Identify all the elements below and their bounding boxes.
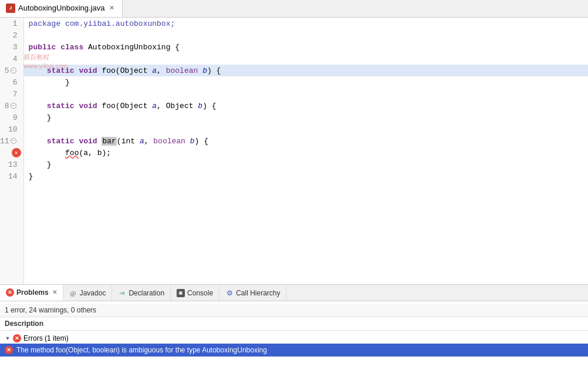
line-numbers-gutter: 12345−678−91011−✕1314	[0, 18, 24, 284]
line-num-3: 3	[0, 41, 23, 53]
errors-group[interactable]: ▼ ✕ Errors (1 item)	[0, 333, 588, 344]
errors-error-icon: ✕	[13, 334, 21, 342]
error-message-text: The method foo(Object, boolean) is ambig…	[16, 346, 267, 354]
errors-label: Errors (1 item)	[23, 334, 69, 342]
panel-tree: ▼ ✕ Errors (1 item) ✕ The method foo(Obj…	[0, 331, 588, 359]
code-line-6: }	[24, 76, 588, 88]
line-num-12: ✕	[0, 147, 23, 159]
line-num-13: 13	[0, 159, 23, 170]
line-num-11: 11−	[0, 135, 23, 147]
line-num-1: 1	[0, 18, 23, 29]
code-line-10	[24, 123, 588, 135]
code-line-14: }	[24, 170, 588, 182]
editor-area: 易百教程 www.yiibai.com 12345−678−91011−✕131…	[0, 18, 588, 284]
collapse-icon[interactable]: −	[11, 103, 16, 109]
declaration-tab-icon: ⇒	[118, 289, 126, 297]
bottom-panel: ✕Problems✕@Javadoc⇒Declaration▣Console⚙C…	[0, 284, 588, 390]
tab-bar: J AutoboxingUnboxing.java ✕	[0, 0, 588, 18]
code-line-5: static void foo(Object a, boolean b) {	[24, 65, 588, 76]
callhierarchy-tab-icon: ⚙	[225, 289, 234, 297]
console-tab-label: Console	[187, 289, 213, 297]
javadoc-tab-icon: @	[69, 289, 77, 297]
tab-filename: AutoboxingUnboxing.java	[18, 4, 104, 12]
error-message-row[interactable]: ✕ The method foo(Object, boolean) is amb…	[0, 344, 588, 357]
panel-col-header: Description	[0, 317, 588, 331]
code-line-12: foo(a, b);	[24, 147, 588, 159]
console-tab-icon: ▣	[177, 289, 185, 297]
collapse-icon[interactable]: −	[11, 138, 16, 144]
code-line-9: }	[24, 112, 588, 123]
line-num-14: 14	[0, 170, 23, 182]
panel-tab-javadoc[interactable]: @Javadoc	[63, 285, 113, 301]
panel-summary: 1 error, 24 warnings, 0 others	[0, 304, 588, 317]
code-line-11: static void bar(int a, boolean b) {	[24, 135, 588, 147]
code-line-8: static void foo(Object a, Object b) {	[24, 100, 588, 112]
collapse-icon[interactable]: −	[11, 68, 16, 73]
code-line-2	[24, 29, 588, 41]
code-line-13: }	[24, 159, 588, 170]
line-num-6: 6	[0, 76, 23, 88]
panel-tabs: ✕Problems✕@Javadoc⇒Declaration▣Console⚙C…	[0, 285, 588, 301]
code-lines[interactable]: package com.yiibai.autoboxunbox;public c…	[24, 18, 588, 284]
callhierarchy-tab-label: Call Hierarchy	[236, 289, 280, 297]
panel-tab-callhierarchy[interactable]: ⚙Call Hierarchy	[219, 285, 286, 301]
code-line-3: public class AutoboxingUnboxing {	[24, 41, 588, 53]
line-num-10: 10	[0, 123, 23, 135]
line-num-8: 8−	[0, 100, 23, 112]
line-num-9: 9	[0, 112, 23, 123]
problems-tab-close[interactable]: ✕	[52, 289, 57, 295]
line-num-4: 4	[0, 53, 23, 65]
javadoc-tab-label: Javadoc	[80, 289, 106, 297]
panel-content: 1 error, 24 warnings, 0 others Descripti…	[0, 301, 588, 390]
problems-tab-label: Problems	[16, 288, 49, 297]
panel-tab-problems[interactable]: ✕Problems✕	[0, 285, 63, 301]
line-num-5: 5−	[0, 65, 23, 76]
panel-tab-console[interactable]: ▣Console	[171, 285, 219, 301]
declaration-tab-label: Declaration	[129, 289, 164, 297]
error-marker-icon: ✕	[12, 148, 21, 157]
line-num-2: 2	[0, 29, 23, 41]
tab-close-button[interactable]: ✕	[107, 4, 116, 12]
problems-tab-icon: ✕	[6, 288, 14, 297]
code-line-7	[24, 88, 588, 100]
error-msg-icon: ✕	[5, 346, 13, 354]
code-container[interactable]: 12345−678−91011−✕1314 package com.yiibai…	[0, 18, 588, 284]
editor-tab[interactable]: J AutoboxingUnboxing.java ✕	[0, 0, 123, 17]
java-file-icon: J	[6, 4, 15, 13]
tree-expand-icon[interactable]: ▼	[5, 335, 11, 341]
code-line-1: package com.yiibai.autoboxunbox;	[24, 18, 588, 29]
line-num-7: 7	[0, 88, 23, 100]
code-line-4	[24, 53, 588, 65]
panel-tab-declaration[interactable]: ⇒Declaration	[112, 285, 171, 301]
